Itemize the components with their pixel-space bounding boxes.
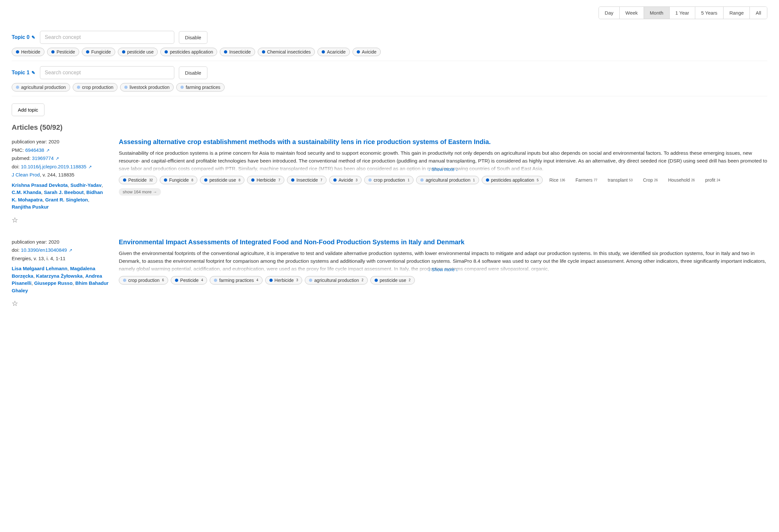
time-range-5-years[interactable]: 5 Years: [695, 7, 723, 19]
concept-pill[interactable]: livestock production: [120, 83, 174, 91]
tag-pill[interactable]: Herbicide 7: [247, 176, 284, 184]
search-concept-input[interactable]: [40, 66, 174, 79]
concept-dot-icon: [322, 50, 325, 54]
article-tags: Pesticide 32Fungicide 8pesticide use 8He…: [119, 176, 767, 184]
author-link[interactable]: Ranjitha Puskur: [12, 204, 49, 210]
concept-pill[interactable]: Fungicide: [82, 48, 115, 56]
time-range-1-year[interactable]: 1 Year: [670, 7, 696, 19]
concept-pill[interactable]: pesticides application: [160, 48, 217, 56]
concept-pill[interactable]: Insecticide: [220, 48, 255, 56]
tag-pill[interactable]: agricultural production 2: [305, 276, 367, 284]
concept-pill[interactable]: crop production: [73, 83, 118, 91]
tag-dot-icon: [123, 179, 126, 182]
tag-pill[interactable]: crop production 6: [119, 276, 168, 284]
concept-pill[interactable]: Acaricide: [317, 48, 350, 56]
concept-dot-icon: [165, 50, 168, 54]
article-meta: publication year: 2020PMC: 6946438 ↗pubm…: [12, 138, 109, 226]
tag-plain[interactable]: Crop 26: [639, 176, 661, 184]
star-icon[interactable]: ☆: [12, 214, 109, 226]
tag-pill[interactable]: pesticide use 2: [370, 276, 415, 284]
time-range-month[interactable]: Month: [644, 7, 670, 19]
topic-section-0: Topic 0✎DisableHerbicidePesticideFungici…: [12, 25, 767, 61]
disable-button[interactable]: Disable: [179, 66, 207, 79]
concept-dot-icon: [51, 50, 55, 54]
show-more-tags-button[interactable]: show 164 more →: [119, 188, 161, 196]
tag-pill[interactable]: Pesticide 32: [119, 176, 157, 184]
author-link[interactable]: Grant R. Singleton: [45, 197, 88, 202]
concept-pill[interactable]: pesticide use: [118, 48, 158, 56]
add-topic-button[interactable]: Add topic: [12, 104, 45, 116]
author-link[interactable]: Sudhir-Yadav: [70, 182, 102, 188]
tag-plain[interactable]: transplant 53: [604, 176, 637, 184]
tag-dot-icon: [123, 279, 126, 282]
tag-pill[interactable]: Fungicide 8: [160, 176, 197, 184]
tag-dot-icon: [368, 179, 372, 182]
pubmed-link[interactable]: 31969774 ↗: [32, 155, 59, 161]
author-link[interactable]: C.M. Khanda: [12, 189, 41, 195]
tag-pill[interactable]: pesticides application 5: [482, 176, 543, 184]
disable-button[interactable]: Disable: [179, 31, 207, 44]
show-more-button[interactable]: ↓ Show more ↓: [119, 167, 767, 172]
tag-plain[interactable]: Household 26: [664, 176, 699, 184]
search-concept-input[interactable]: [40, 31, 174, 44]
tag-dot-icon: [486, 179, 489, 182]
topic-label: Topic 0✎: [12, 35, 36, 40]
tag-dot-icon: [214, 279, 217, 282]
tag-pill[interactable]: agricultural production 1: [416, 176, 479, 184]
pmc-link[interactable]: 6946438 ↗: [25, 147, 50, 153]
external-link-icon: ↗: [88, 163, 92, 171]
article-title[interactable]: Environmental Impact Assessments of Inte…: [119, 238, 767, 246]
concept-dot-icon: [124, 86, 128, 89]
tag-dot-icon: [309, 279, 312, 282]
edit-icon[interactable]: ✎: [32, 35, 36, 40]
show-more-button[interactable]: ↓ Show more ↓: [119, 267, 767, 272]
edit-icon[interactable]: ✎: [32, 70, 36, 75]
concept-dot-icon: [86, 50, 89, 54]
concept-pill[interactable]: agricultural production: [12, 83, 70, 91]
star-icon[interactable]: ☆: [12, 297, 109, 310]
time-range-day[interactable]: Day: [599, 7, 620, 19]
tag-pill[interactable]: Pesticide 4: [171, 276, 207, 284]
concept-pill[interactable]: Chemical insecticides: [258, 48, 315, 56]
external-link-icon: ↗: [46, 147, 50, 154]
concept-pill[interactable]: farming practices: [176, 83, 225, 91]
external-link-icon: ↗: [56, 155, 59, 162]
tag-pill[interactable]: pesticide use 8: [200, 176, 244, 184]
doi-link[interactable]: 10.1016/j.jclepro.2019.118835 ↗: [21, 164, 92, 169]
tag-plain[interactable]: profit 24: [702, 176, 724, 184]
journal-text: Energies, v. 13, i. 4, 1-11: [12, 254, 109, 263]
tag-pill[interactable]: Herbicide 3: [265, 276, 302, 284]
author-link[interactable]: Katarzyna Żyłowska: [36, 273, 82, 279]
tag-plain[interactable]: Farmers 77: [572, 176, 601, 184]
pub-year: publication year: 2020: [12, 138, 109, 146]
authors: Lisa Mølgaard Lehmann, Magdalena Borzęck…: [12, 265, 109, 294]
tag-pill[interactable]: Avicide 3: [329, 176, 362, 184]
tag-pill[interactable]: Insecticide 7: [287, 176, 326, 184]
concept-pill[interactable]: Pesticide: [47, 48, 79, 56]
concept-pill[interactable]: Herbicide: [12, 48, 45, 56]
author-link[interactable]: Lisa Mølgaard Lehmann: [12, 266, 67, 271]
author-link[interactable]: Giuseppe Russo: [34, 280, 72, 286]
time-range-range[interactable]: Range: [723, 7, 750, 19]
article-title[interactable]: Assessing alternative crop establishment…: [119, 138, 767, 146]
concept-dot-icon: [122, 50, 125, 54]
concept-pill[interactable]: Avicide: [353, 48, 381, 56]
article-row: publication year: 2020PMC: 6946438 ↗pubm…: [12, 138, 767, 226]
time-range-week[interactable]: Week: [620, 7, 644, 19]
topic-section-1: Topic 1✎Disableagricultural productioncr…: [12, 61, 767, 96]
journal-link[interactable]: J Clean Prod: [12, 172, 40, 178]
tag-dot-icon: [164, 179, 167, 182]
author-link[interactable]: Krishna Prasad Devkota: [12, 182, 68, 188]
concept-dot-icon: [262, 50, 265, 54]
doi-link[interactable]: 10.3390/en13040849 ↗: [21, 247, 72, 253]
concept-dot-icon: [16, 50, 19, 54]
author-link[interactable]: Sarah J. Beebout: [44, 189, 84, 195]
tag-dot-icon: [251, 179, 254, 182]
tag-pill[interactable]: farming practices 4: [210, 276, 262, 284]
tag-dot-icon: [291, 179, 294, 182]
article-meta: publication year: 2020doi: 10.3390/en130…: [12, 238, 109, 310]
article-tags: crop production 6Pesticide 4farming prac…: [119, 276, 767, 284]
time-range-all[interactable]: All: [750, 7, 767, 19]
tag-plain[interactable]: Rice 136: [545, 176, 569, 184]
tag-pill[interactable]: crop production 1: [364, 176, 414, 184]
